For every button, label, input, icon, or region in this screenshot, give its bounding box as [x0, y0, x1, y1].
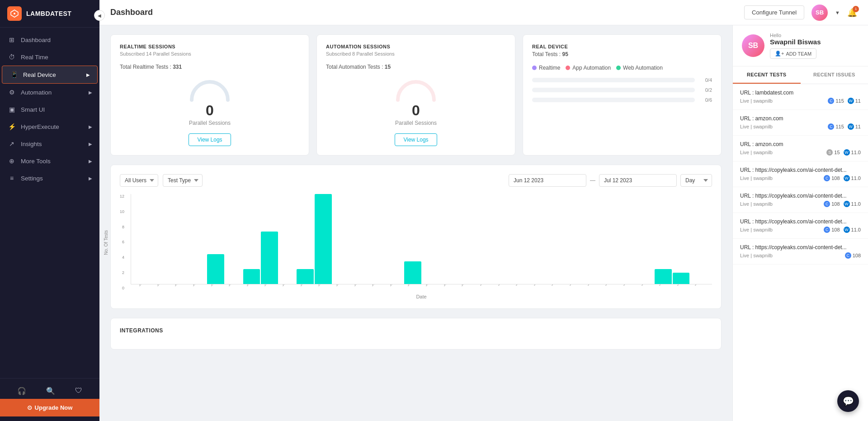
- upgrade-label: Upgrade Now: [35, 404, 73, 411]
- y-label-8: 8: [122, 225, 124, 229]
- help-icon[interactable]: 🎧: [17, 387, 26, 395]
- sidebar-item-label-realdevice: Real Device: [23, 71, 56, 78]
- notification-button[interactable]: 🔔 1: [847, 8, 857, 18]
- avatar[interactable]: SB: [811, 5, 828, 21]
- test-type-filter[interactable]: Test Type: [163, 174, 203, 187]
- test-url[interactable]: URL : lambdatest.com: [740, 90, 861, 96]
- sidebar-item-realdevice[interactable]: 📱 Real Device ▶: [2, 66, 98, 84]
- tab-recent-tests[interactable]: RECENT TESTS: [733, 66, 801, 84]
- chart-bar[interactable]: [261, 232, 278, 284]
- realdevice-card-title: REAL DEVICE: [532, 44, 712, 49]
- sidebar-item-moretools[interactable]: ⊕ More Tools ▶: [0, 152, 99, 170]
- test-url[interactable]: URL : https://copyleaks.com/ai-content-d…: [740, 167, 861, 173]
- safari-icon: S: [826, 149, 833, 156]
- y-axis: 12 10 8 6 4 2 0: [120, 194, 127, 299]
- test-meta: Live | swapnilbC115W11: [740, 98, 861, 104]
- x-axis-date-label: Jun 14: [171, 284, 186, 289]
- realtime-parallel-label: Parallel Sessions: [189, 120, 231, 126]
- sidebar-item-automation[interactable]: ⚙ Automation ▶: [0, 84, 99, 101]
- chart-bar[interactable]: [315, 194, 332, 284]
- test-url[interactable]: URL : amzon.com: [740, 115, 861, 122]
- sidebar-item-settings[interactable]: ≡ Settings ▶: [0, 170, 99, 187]
- test-item: URL : https://copyleaks.com/ai-content-d…: [733, 239, 868, 265]
- realtime-card-subtitle: Subscribed 14 Parallel Sessions: [120, 51, 300, 57]
- settings-icon: ≡: [7, 175, 16, 182]
- test-item: URL : amzon.comLive | swapnilbC115W11: [733, 110, 868, 136]
- os-version: 11: [855, 124, 861, 129]
- chrome-icon: C: [828, 98, 834, 104]
- automation-view-logs-button[interactable]: View Logs: [395, 133, 437, 146]
- interval-filter[interactable]: Day Week Month: [680, 174, 712, 187]
- page-title: Dashboard: [110, 8, 153, 17]
- search-icon[interactable]: 🔍: [46, 387, 55, 395]
- test-url[interactable]: URL : https://copyleaks.com/ai-content-d…: [740, 193, 861, 199]
- y-label-10: 10: [120, 209, 124, 214]
- sidebar: LAMBDATEST ◀ ⊞ Dashboard ⏱ Real Time 📱 R…: [0, 0, 99, 421]
- legend-realtime: Realtime: [532, 65, 560, 71]
- windows-icon: W: [844, 227, 850, 233]
- x-axis-date-label: Jun 24: [350, 284, 365, 289]
- sidebar-item-hyperexecute[interactable]: ⚡ HyperExecute ▶: [0, 118, 99, 135]
- browser-version: 108: [831, 201, 840, 207]
- realdevice-icon: 📱: [9, 71, 19, 78]
- configure-tunnel-button[interactable]: Configure Tunnel: [744, 5, 804, 19]
- tab-recent-issues[interactable]: RECENT ISSUES: [801, 66, 868, 84]
- test-browsers: C108: [845, 252, 861, 259]
- y-label-2: 2: [122, 270, 124, 275]
- bar-track-realtime: [532, 78, 695, 82]
- chrome-badge: C108: [824, 175, 840, 181]
- right-panel-tabs: RECENT TESTS RECENT ISSUES: [733, 66, 868, 84]
- insights-icon: ↗: [7, 140, 16, 147]
- test-url[interactable]: URL : https://copyleaks.com/ai-content-d…: [740, 244, 861, 251]
- windows-icon: W: [848, 98, 854, 104]
- date-to-input[interactable]: [599, 174, 677, 187]
- sidebar-collapse-button[interactable]: ◀: [94, 10, 105, 21]
- windows-badge: W11.0: [844, 227, 861, 233]
- automation-card-title: AUTOMATION SESSIONS: [326, 44, 506, 49]
- test-meta: Live | swapnilbS15W11.0: [740, 149, 861, 156]
- sidebar-item-realtime[interactable]: ⏱ Real Time: [0, 48, 99, 66]
- logo-icon: [7, 6, 22, 21]
- x-axis-date-label: Jun 29: [440, 284, 455, 289]
- shield-icon[interactable]: 🛡: [75, 387, 82, 395]
- chart-bar[interactable]: [207, 254, 224, 284]
- chart-bar[interactable]: [655, 269, 672, 284]
- users-filter[interactable]: All Users: [120, 174, 158, 187]
- sidebar-item-smartui[interactable]: ▣ Smart UI: [0, 101, 99, 118]
- test-url[interactable]: URL : amzon.com: [740, 141, 861, 147]
- automation-parallel-label: Parallel Sessions: [395, 120, 437, 126]
- sidebar-item-label-moretools: More Tools: [21, 158, 51, 165]
- x-axis-date-label: Jul 06: [565, 284, 580, 289]
- os-version: 11.0: [851, 201, 861, 207]
- x-axis-date-label: Jun 20: [278, 284, 293, 289]
- test-url[interactable]: URL : https://copyleaks.com/ai-content-d…: [740, 218, 861, 225]
- chart-bar[interactable]: [404, 261, 421, 284]
- upgrade-button[interactable]: ⊙ Upgrade Now: [0, 399, 99, 416]
- sidebar-item-dashboard[interactable]: ⊞ Dashboard: [0, 31, 99, 48]
- realtime-total: Total Realtime Tests : 331: [120, 64, 300, 70]
- windows-badge: W11.0: [844, 149, 861, 156]
- main-content: Dashboard Configure Tunnel SB ▼ 🔔 1 REAL…: [99, 0, 868, 421]
- chart-bar[interactable]: [243, 269, 260, 284]
- x-axis-date-label: Jul 10: [637, 284, 652, 289]
- test-browsers: C115W11: [828, 123, 861, 130]
- x-axis-date-label: Jun 25: [368, 284, 383, 289]
- y-label-12: 12: [120, 194, 124, 199]
- add-team-button[interactable]: 👤+ ADD TEAM: [770, 48, 816, 59]
- date-from-input[interactable]: [509, 174, 586, 187]
- chevron-down-icon[interactable]: ▼: [835, 10, 840, 15]
- chart-bar[interactable]: [673, 273, 690, 284]
- chat-button[interactable]: 💬: [837, 390, 859, 412]
- chrome-badge: C108: [845, 252, 861, 259]
- sidebar-item-insights[interactable]: ↗ Insights ▶: [0, 135, 99, 152]
- windows-icon: W: [844, 149, 850, 156]
- chart-bar[interactable]: [297, 269, 314, 284]
- realdevice-total: Total Tests : 95: [532, 51, 712, 57]
- chrome-badge: C108: [824, 201, 840, 207]
- x-axis-date-label: Jun 12: [135, 284, 150, 289]
- sidebar-nav: ⊞ Dashboard ⏱ Real Time 📱 Real Device ▶ …: [0, 28, 99, 378]
- test-browsers: S15W11.0: [826, 149, 861, 156]
- realtime-view-logs-button[interactable]: View Logs: [189, 133, 231, 146]
- realtime-gauge-svg: [187, 77, 232, 102]
- x-axis-date-label: Jul 02: [494, 284, 509, 289]
